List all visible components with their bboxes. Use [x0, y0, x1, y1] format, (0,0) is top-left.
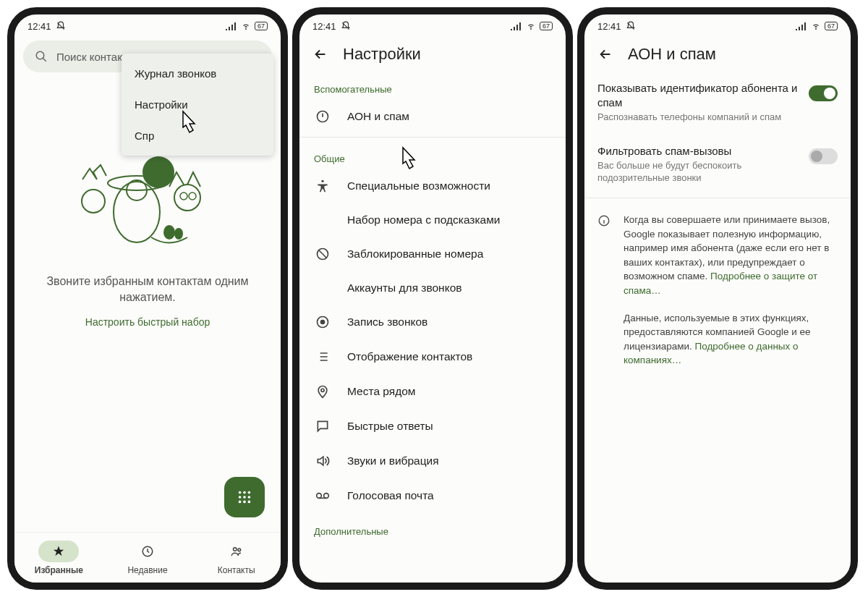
- row-label: Заблокированные номера: [347, 247, 483, 261]
- wifi-icon: [240, 22, 252, 30]
- dialpad-fab[interactable]: [224, 477, 265, 517]
- phone-caller-id-spam: 12:41 67 АОН и спам Показывать идентифик…: [577, 7, 858, 590]
- sound-icon: [315, 454, 330, 468]
- phone-favorites: 12:41 67 Поиск контакто Журнал звонков Н…: [7, 7, 288, 590]
- svg-point-17: [239, 501, 242, 504]
- status-time: 12:41: [312, 21, 336, 32]
- toggle-subtitle: Распознавать телефоны компаний и спам: [597, 111, 800, 124]
- row-label: Специальные возможности: [347, 179, 490, 192]
- menu-settings[interactable]: Настройки: [122, 89, 273, 120]
- svg-point-14: [239, 496, 242, 499]
- svg-point-1: [142, 156, 174, 188]
- empty-state-text: Звоните избранным контактам одним нажати…: [14, 274, 281, 306]
- row-assisted-dialing[interactable]: Набор номера с подсказками: [299, 203, 566, 237]
- setup-speed-dial-link[interactable]: Настроить быстрый набор: [14, 316, 281, 328]
- menu-call-log[interactable]: Журнал звонков: [122, 58, 273, 89]
- alert-icon: [315, 109, 330, 124]
- nav-favorites[interactable]: Избранные: [14, 533, 103, 583]
- svg-point-27: [321, 321, 325, 324]
- dnd-icon: [56, 21, 66, 31]
- signal-icon: [511, 22, 522, 30]
- svg-point-29: [317, 494, 322, 499]
- row-nearby-places[interactable]: Места рядом: [299, 374, 566, 409]
- row-calling-accounts[interactable]: Аккаунты для звонков: [299, 271, 566, 305]
- section-general: Общие: [299, 140, 566, 169]
- battery-icon: 67: [825, 22, 838, 30]
- divider: [299, 137, 566, 137]
- toggle-see-caller-id[interactable]: Показывать идентификатор абонента и спам…: [584, 71, 851, 134]
- toggle-title: Показывать идентификатор абонента и спам: [597, 81, 800, 109]
- toggle-filter-spam[interactable]: Фильтровать спам-вызовы Вас больше не бу…: [584, 134, 851, 195]
- info-icon: [597, 214, 610, 227]
- signal-icon: [796, 22, 807, 30]
- svg-point-18: [243, 501, 246, 504]
- row-display-options[interactable]: Отображение контактов: [299, 339, 566, 374]
- divider: [584, 198, 851, 198]
- row-label: Звуки и вибрация: [347, 454, 439, 467]
- svg-point-13: [248, 491, 251, 494]
- row-label: Аккаунты для звонков: [347, 281, 462, 295]
- nav-label: Контакты: [218, 565, 255, 575]
- svg-point-11: [239, 491, 242, 494]
- bottom-nav: Избранные Недавние Контакты: [14, 532, 281, 583]
- dnd-icon: [341, 21, 351, 31]
- svg-point-9: [163, 225, 175, 240]
- signal-icon: [226, 22, 237, 30]
- status-bar: 12:41 67: [14, 14, 281, 35]
- svg-point-5: [82, 190, 105, 213]
- search-icon: [35, 50, 48, 63]
- nav-label: Избранные: [35, 565, 83, 575]
- settings-header: Настройки: [299, 35, 566, 71]
- page-title: АОН и спам: [628, 45, 716, 64]
- row-sounds-vibration[interactable]: Звуки и вибрация: [299, 444, 566, 478]
- svg-point-7: [180, 192, 187, 200]
- svg-point-28: [321, 389, 324, 391]
- phone-settings: 12:41 67 Настройки Вспомогательные АОН и…: [292, 7, 573, 590]
- toggle-subtitle: Вас больше не будут беспокоить подозрите…: [597, 160, 800, 185]
- switch-on[interactable]: [809, 85, 838, 101]
- row-blocked-numbers[interactable]: Заблокированные номера: [299, 237, 566, 271]
- clock-icon: [141, 545, 154, 558]
- dnd-icon: [626, 21, 636, 31]
- voicemail-icon: [315, 488, 331, 503]
- nav-label: Недавние: [127, 565, 167, 575]
- toggle-title: Фильтровать спам-вызовы: [597, 144, 800, 158]
- row-accessibility[interactable]: Специальные возможности: [299, 169, 566, 203]
- row-label: Быстрые ответы: [347, 420, 433, 433]
- block-icon: [315, 247, 330, 261]
- people-icon: [229, 545, 244, 558]
- status-bar: 12:41 67: [584, 14, 851, 35]
- section-advanced: Дополнительные: [299, 513, 566, 541]
- row-voicemail[interactable]: Голосовая почта: [299, 478, 566, 513]
- row-quick-responses[interactable]: Быстрые ответы: [299, 409, 566, 444]
- row-call-recording[interactable]: Запись звонков: [299, 305, 566, 339]
- battery-icon: 67: [540, 22, 553, 30]
- back-icon[interactable]: [597, 46, 613, 62]
- svg-point-19: [248, 501, 251, 504]
- overflow-menu: Журнал звонков Настройки Спр: [122, 54, 273, 156]
- row-caller-id-spam[interactable]: АОН и спам: [299, 99, 566, 134]
- wifi-icon: [525, 22, 537, 30]
- svg-point-22: [238, 548, 241, 551]
- record-icon: [315, 315, 330, 329]
- status-time: 12:41: [597, 21, 621, 32]
- page-title: Настройки: [343, 45, 421, 64]
- status-time: 12:41: [27, 21, 51, 32]
- svg-point-10: [174, 228, 183, 240]
- svg-point-12: [243, 491, 246, 494]
- dialpad-icon: [237, 489, 252, 505]
- battery-icon: 67: [255, 22, 268, 30]
- row-label: Набор номера с подсказками: [347, 213, 501, 226]
- status-bar: 12:41 67: [299, 14, 566, 35]
- svg-point-21: [233, 547, 237, 551]
- section-assistive: Вспомогательные: [299, 71, 566, 99]
- switch-off[interactable]: [809, 148, 838, 164]
- svg-point-16: [248, 496, 251, 499]
- svg-point-15: [243, 496, 246, 499]
- svg-point-0: [36, 51, 44, 59]
- row-label: Отображение контактов: [347, 350, 472, 363]
- menu-help[interactable]: Спр: [122, 120, 273, 151]
- back-icon[interactable]: [312, 46, 328, 62]
- nav-recent[interactable]: Недавние: [103, 533, 192, 583]
- nav-contacts[interactable]: Контакты: [192, 533, 281, 583]
